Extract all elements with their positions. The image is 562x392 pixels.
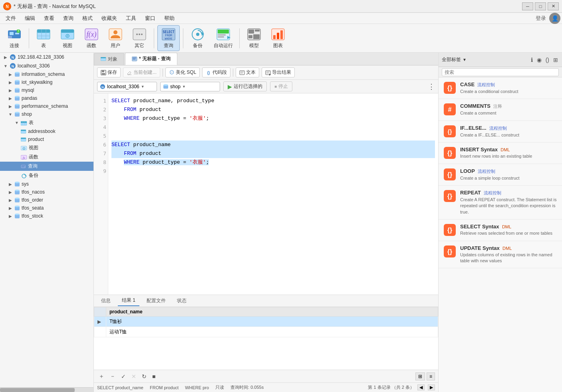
- sidebar-item-db-sys[interactable]: ▶ sys: [0, 180, 93, 188]
- result-tab-data[interactable]: 结果 1: [118, 295, 139, 306]
- result-toolbar: ＋ － ✓ ✕ ↻ ■ ⊞ ≡: [94, 370, 438, 382]
- result-tab-info[interactable]: 信息: [97, 296, 115, 306]
- close-button[interactable]: ✕: [548, 2, 559, 10]
- toolbar-other[interactable]: 其它: [128, 26, 151, 51]
- result-del-btn[interactable]: －: [108, 372, 117, 381]
- sidebar-item-conn1[interactable]: ▶ N 192.168.42.128_3306: [0, 53, 93, 61]
- sidebar-item-db-info[interactable]: ▶ information_schema: [0, 70, 93, 78]
- menu-favorites[interactable]: 收藏夹: [97, 13, 121, 24]
- toolbar-autorun[interactable]: 自动运行: [211, 26, 236, 51]
- table-row[interactable]: 运动T恤: [94, 327, 438, 337]
- toolbar-view[interactable]: 视图: [56, 26, 79, 51]
- result-form-view-btn[interactable]: ≡: [427, 372, 435, 380]
- database-selector[interactable]: shop ▼: [160, 82, 220, 91]
- minimize-button[interactable]: ─: [522, 2, 533, 10]
- toolbar-chart[interactable]: 图表: [267, 26, 289, 51]
- result-stop-btn[interactable]: ■: [151, 372, 157, 380]
- page-prev-btn[interactable]: ◀: [417, 384, 425, 390]
- snippet-insert[interactable]: {} INSERT Syntax DML Insert new rows int…: [439, 143, 562, 164]
- snippet-select[interactable]: {} SELECT Syntax DML Retrieve rows selec…: [439, 220, 562, 241]
- sidebar-item-db-mysql[interactable]: ▶ mysql: [0, 86, 93, 94]
- snippet-comments[interactable]: # COMMENTS 注释 Create a comment: [439, 99, 562, 121]
- toolbar-user[interactable]: 用户: [104, 26, 127, 51]
- beautify-sql-button[interactable]: f 美化 SQL: [165, 67, 200, 77]
- sidebar-folder-views[interactable]: 视图: [0, 143, 93, 152]
- toolbar-model[interactable]: 模型: [243, 26, 265, 51]
- info-icon[interactable]: ℹ: [530, 56, 534, 64]
- result-tab-profile[interactable]: 配置文件: [143, 296, 170, 306]
- sidebar-item-db-stock[interactable]: ▶ tfos_stock: [0, 212, 93, 220]
- export-results-button[interactable]: 导出结果: [262, 67, 295, 77]
- sidebar-scrollbar[interactable]: [0, 387, 93, 392]
- editor-scroll[interactable]: 1 2 3 4 5 6 7 8 9 SELECT product_name, p…: [94, 93, 438, 295]
- sidebar-folder-tables[interactable]: ▼ 表: [0, 118, 93, 127]
- code-block-button[interactable]: () 代码段: [202, 67, 230, 77]
- code-editor[interactable]: SELECT product_name, product_type FROM p…: [108, 93, 438, 295]
- menu-query[interactable]: 查询: [59, 13, 77, 24]
- maximize-button[interactable]: □: [535, 2, 546, 10]
- sidebar-folder-queries[interactable]: 查询: [0, 162, 93, 171]
- sidebar-table-product[interactable]: product: [0, 135, 93, 143]
- save-button[interactable]: 保存: [97, 67, 121, 77]
- edit-current-button[interactable]: 当前创建...: [123, 67, 160, 77]
- result-check-btn[interactable]: ✓: [119, 372, 127, 380]
- sidebar-item-db-shop[interactable]: ▼ shop: [0, 110, 93, 118]
- toolbar-backup[interactable]: 备份: [187, 26, 209, 51]
- editor-area[interactable]: 1 2 3 4 5 6 7 8 9 SELECT product_name, p…: [94, 93, 438, 382]
- rph-label[interactable]: 全部标签 ▼: [442, 56, 527, 63]
- toolbar-user-label: 用户: [111, 42, 120, 49]
- login-link[interactable]: 登录: [536, 15, 546, 22]
- sidebar-folder-funcs[interactable]: fx 函数: [0, 152, 93, 162]
- snippet-loop[interactable]: {} LOOP 流程控制 Create a simple loop constr…: [439, 164, 562, 186]
- snippet-case[interactable]: {} CASE 流程控制 Create a conditional constr…: [439, 77, 562, 99]
- menu-window[interactable]: 窗口: [141, 13, 159, 24]
- svg-text:f(x): f(x): [87, 30, 97, 39]
- result-grid-view-btn[interactable]: ⊞: [415, 372, 425, 380]
- toolbar-function[interactable]: f(x) 函数: [80, 26, 103, 51]
- snippet-search-input[interactable]: [442, 68, 559, 76]
- selector-more-btn[interactable]: ⋮: [428, 82, 435, 91]
- table-row[interactable]: ▶ T恤衫: [94, 317, 438, 327]
- sidebar-item-db-pandas[interactable]: ▶ pandas: [0, 94, 93, 102]
- menu-format[interactable]: 格式: [78, 13, 97, 24]
- grid-icon[interactable]: ⊞: [552, 56, 559, 64]
- toolbar-connect[interactable]: + 连接: [3, 26, 26, 51]
- menu-tools[interactable]: 工具: [122, 13, 140, 24]
- sidebar-item-db-seata[interactable]: ▶ tfos_seata: [0, 204, 93, 212]
- text-button[interactable]: 文本: [236, 67, 259, 77]
- window-controls[interactable]: ─ □ ✕: [522, 2, 559, 10]
- menu-file[interactable]: 文件: [2, 13, 20, 24]
- tab-objects[interactable]: 对象: [94, 53, 124, 65]
- snippet-update[interactable]: {} UPDATE Syntax DML Updates columns of …: [439, 241, 562, 269]
- sidebar-item-db-nacos[interactable]: ▶ tfos_nacos: [0, 188, 93, 196]
- brackets-icon[interactable]: (): [545, 56, 550, 64]
- stop-button[interactable]: ■ 停止: [270, 81, 292, 91]
- tab-query[interactable]: * 无标题 - 查询: [125, 53, 177, 65]
- result-tab-status[interactable]: 状态: [173, 296, 191, 306]
- result-add-btn[interactable]: ＋: [97, 372, 106, 381]
- menu-view[interactable]: 查看: [40, 13, 58, 24]
- connection-selector[interactable]: N localhost_3306 ▼: [97, 82, 157, 91]
- sidebar-scrollbar-thumb[interactable]: [0, 388, 75, 392]
- toolbar-query[interactable]: SELECT FROM WHERE 查询: [157, 25, 180, 51]
- result-content[interactable]: product_name ▶ T恤衫 运动T恤: [94, 307, 438, 370]
- result-area: 信息 结果 1 配置文件 状态 product_name: [94, 295, 438, 382]
- snippet-repeat[interactable]: {} REPEAT 流程控制 Create A REPEAT construct…: [439, 186, 562, 220]
- eye-icon[interactable]: ◉: [536, 56, 542, 64]
- sidebar-scroll[interactable]: ▶ N 192.168.42.128_3306 ▼ N localhost_33…: [0, 53, 93, 387]
- menu-help[interactable]: 帮助: [160, 13, 179, 24]
- run-selected-button[interactable]: ▶ 运行已选择的: [223, 81, 267, 91]
- update-tag: DML: [502, 246, 512, 251]
- sidebar-item-db-iot[interactable]: ▶ iot_skywalking: [0, 78, 93, 86]
- sidebar-item-conn2[interactable]: ▼ N localhost_3306: [0, 61, 93, 70]
- menu-edit[interactable]: 编辑: [21, 13, 39, 24]
- page-next-btn[interactable]: ▶: [428, 384, 435, 390]
- result-tab-bar: 信息 结果 1 配置文件 状态: [94, 295, 438, 307]
- sidebar-table-addressbook[interactable]: addressbook: [0, 127, 93, 135]
- sidebar-folder-backups[interactable]: 备份: [0, 171, 93, 180]
- snippet-ifelse[interactable]: {} IF...ELSE... 流程控制 Create a IF...ELSE.…: [439, 121, 562, 143]
- toolbar-table[interactable]: 表: [32, 26, 55, 51]
- sidebar-item-db-perf[interactable]: ▶ performance_schema: [0, 102, 93, 110]
- sidebar-item-db-order[interactable]: ▶ tfos_order: [0, 196, 93, 204]
- result-refresh-btn[interactable]: ↻: [140, 372, 148, 380]
